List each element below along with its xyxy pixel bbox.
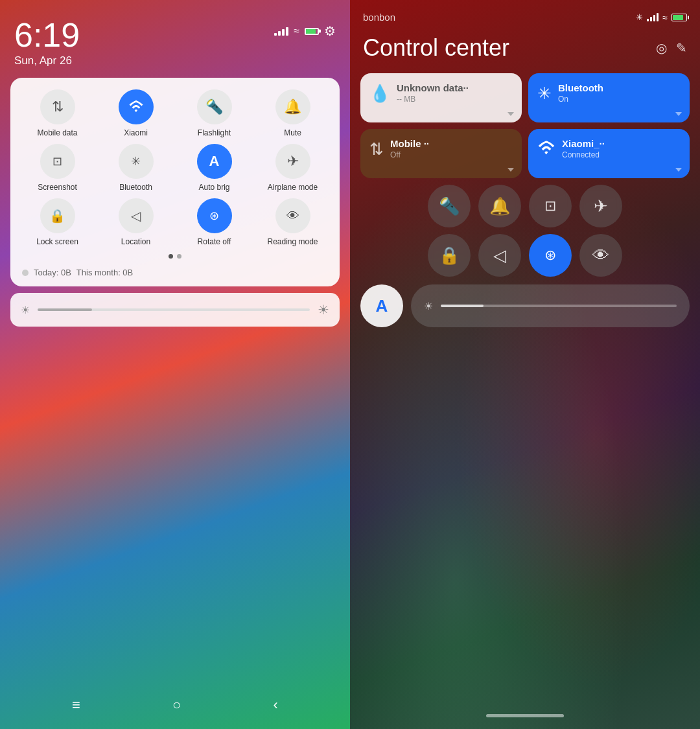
qs-btn-bluetooth[interactable]: ✳ (119, 144, 154, 179)
home-indicator[interactable] (486, 714, 564, 717)
qs-item-mobile-data: ⇅ Mobile data (19, 89, 95, 137)
cc-bluetooth-label: Bluetooth (558, 82, 603, 93)
cc-bluetooth-text: Bluetooth On (558, 82, 603, 104)
qs-item-wifi: Xiaomi (98, 89, 174, 137)
qs-item-bluetooth: ✳ Bluetooth (98, 144, 174, 192)
brightness-panel[interactable]: ☀ ☀ (10, 293, 340, 327)
cc-auto-brightness-btn[interactable]: A (360, 284, 403, 327)
qs-item-airplane: ✈ Airplane mode (255, 144, 331, 192)
cc-wifi-text: Xiaomi_·· Connected (562, 138, 605, 159)
cc-wifi-label: Xiaomi_·· (562, 138, 605, 149)
left-time-date: 6:19 Sun, Apr 26 (14, 18, 80, 67)
qs-btn-wifi[interactable] (119, 89, 154, 124)
cc-mobile-arrow (508, 168, 514, 172)
nav-menu-icon[interactable]: ≡ (72, 697, 80, 713)
signal-icon (274, 27, 288, 36)
cc-btn-screenshot[interactable]: ⊡ (529, 185, 572, 227)
cc-title-icons: ◎ ✎ (656, 40, 687, 56)
cc-btn-bell[interactable]: 🔔 (478, 185, 521, 227)
qs-btn-lock-screen[interactable]: 🔒 (40, 198, 75, 233)
qs-btn-flashlight[interactable]: 🔦 (197, 89, 232, 124)
qs-item-location: ◁ Location (98, 198, 174, 246)
qs-item-mute: 🔔 Mute (255, 89, 331, 137)
cc-icon-row-1: 🔦 🔔 ⊡ ✈ (360, 185, 690, 227)
qs-item-auto-brightness: A Auto brig (176, 144, 252, 192)
qs-grid: ⇅ Mobile data Xiaomi 🔦 Flashlight 🔔 (17, 89, 333, 246)
cc-tile-wifi[interactable]: Xiaomi_·· Connected (528, 129, 690, 178)
right-signal-icon (647, 13, 659, 21)
cc-wifi-arrow (675, 168, 682, 172)
nav-back-icon[interactable]: ‹ (274, 697, 278, 713)
cc-edit-icon[interactable]: ✎ (676, 40, 687, 56)
right-phone-panel: bonbon ✳ ≈ Control center ◎ ✎ (350, 0, 700, 729)
qs-btn-airplane[interactable]: ✈ (275, 144, 310, 179)
data-usage-row: Today: 0B This month: 0B (17, 264, 333, 277)
qs-label-bluetooth: Bluetooth (119, 183, 152, 192)
cc-bottom-row: A ☀ (350, 277, 700, 327)
cc-data-icon: 💧 (369, 84, 390, 104)
cc-tile-row-2: ⇅ Mobile ·· Off Xiaomi_·· Connected (360, 129, 690, 178)
qs-btn-reading[interactable]: 👁 (275, 198, 310, 233)
cc-mobile-icon: ⇅ (369, 139, 384, 159)
qs-btn-mobile-data[interactable]: ⇅ (40, 89, 75, 124)
brightness-high-icon: ☀ (318, 302, 329, 318)
cc-mobile-text: Mobile ·· Off (390, 138, 429, 159)
quick-settings-panel: ⇅ Mobile data Xiaomi 🔦 Flashlight 🔔 (10, 78, 340, 286)
settings-icon[interactable]: ⚙ (324, 23, 336, 39)
cc-mobile-label: Mobile ·· (390, 138, 429, 149)
qs-dot-2 (177, 254, 181, 259)
qs-pagination-dots (17, 254, 333, 259)
brightness-track[interactable] (38, 308, 310, 311)
qs-item-screenshot: ⊡ Screenshot (19, 144, 95, 192)
carrier-label: bonbon (363, 12, 395, 23)
left-status-icons: ≈ ⚙ (274, 18, 336, 39)
qs-btn-screenshot[interactable]: ⊡ (40, 144, 75, 179)
cc-title: Control center (363, 34, 509, 62)
cc-btn-lock[interactable]: 🔒 (428, 234, 471, 277)
qs-btn-location[interactable]: ◁ (119, 198, 154, 233)
right-status-bar: bonbon ✳ ≈ (350, 0, 700, 28)
cc-btn-airplane[interactable]: ✈ (579, 185, 622, 227)
qs-label-airplane: Airplane mode (268, 183, 318, 192)
cc-data-label: Unknown data·· (397, 82, 469, 93)
left-date: Sun, Apr 26 (14, 54, 80, 67)
cc-brightness-track (441, 305, 677, 307)
nav-home-icon[interactable]: ○ (172, 697, 181, 713)
qs-label-wifi: Xiaomi (124, 128, 148, 137)
cc-btn-location[interactable]: ◁ (478, 234, 521, 277)
cc-settings-icon[interactable]: ◎ (656, 40, 667, 56)
cc-mobile-sub: Off (390, 150, 429, 159)
cc-brightness-bar[interactable]: ☀ (411, 284, 690, 327)
cc-btn-flashlight[interactable]: 🔦 (428, 185, 471, 227)
cc-data-sub: -- MB (397, 95, 469, 104)
qs-item-rotate: ⊛ Rotate off (176, 198, 252, 246)
bluetooth-status-icon: ✳ (636, 12, 643, 22)
qs-btn-mute[interactable]: 🔔 (275, 89, 310, 124)
cc-btn-rotate[interactable]: ⊛ (529, 234, 572, 277)
cc-title-row: Control center ◎ ✎ (350, 28, 700, 73)
cc-bluetooth-icon: ✳ (537, 84, 552, 104)
qs-btn-auto-brightness[interactable]: A (197, 144, 232, 179)
cc-wifi-sub: Connected (562, 150, 605, 159)
cc-icon-grid: 🔦 🔔 ⊡ ✈ 🔒 ◁ ⊛ 👁 (350, 185, 700, 277)
left-phone-panel: 6:19 Sun, Apr 26 ≈ ⚙ ⇅ Mobile data (0, 0, 350, 729)
qs-label-location: Location (121, 237, 150, 246)
cc-data-text: Unknown data·· -- MB (397, 82, 469, 104)
qs-label-mobile-data: Mobile data (37, 128, 77, 137)
cc-tile-mobile[interactable]: ⇅ Mobile ·· Off (360, 129, 522, 178)
cc-tiles: 💧 Unknown data·· -- MB ✳ Bluetooth On (350, 73, 700, 178)
qs-label-rotate: Rotate off (198, 237, 231, 246)
wifi-status-icon: ≈ (294, 25, 299, 37)
cc-tile-row-1: 💧 Unknown data·· -- MB ✳ Bluetooth On (360, 73, 690, 122)
cc-bluetooth-sub: On (558, 95, 603, 104)
cc-brightness-low-icon: ☀ (424, 300, 433, 312)
cc-btn-eye[interactable]: 👁 (579, 234, 622, 277)
qs-label-reading: Reading mode (267, 237, 318, 246)
data-month: This month: 0B (76, 268, 133, 277)
cc-tile-bluetooth[interactable]: ✳ Bluetooth On (528, 73, 690, 122)
cc-tile-data[interactable]: 💧 Unknown data·· -- MB (360, 73, 522, 122)
qs-btn-rotate[interactable]: ⊛ (197, 198, 232, 233)
qs-dot-1 (169, 254, 173, 259)
left-time: 6:19 (14, 18, 80, 52)
right-status-icons: ✳ ≈ (636, 12, 687, 23)
